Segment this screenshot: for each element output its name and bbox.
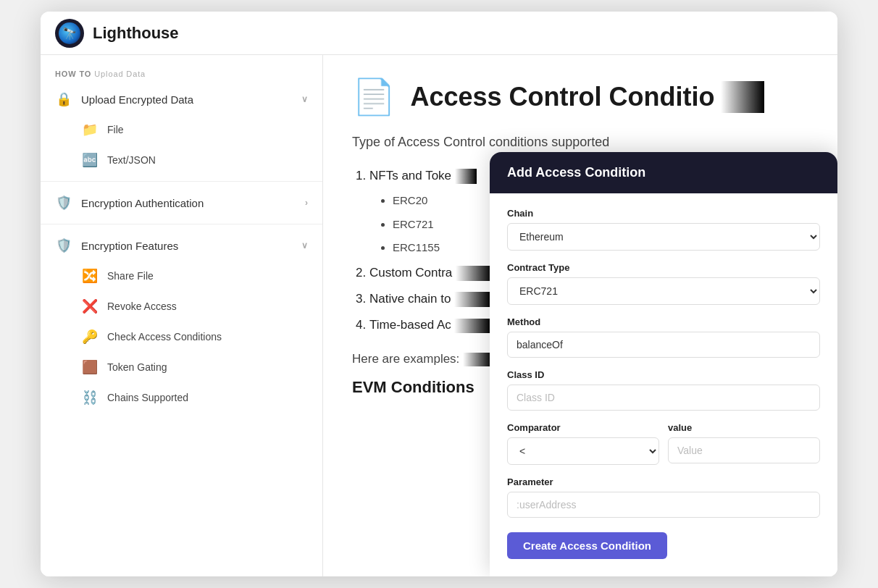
app-header: Lighthouse: [41, 12, 837, 55]
sidebar-item-text-json[interactable]: 🔤 Text/JSON: [41, 145, 322, 175]
key-icon: 🔑: [81, 329, 99, 345]
panel-body: Chain Ethereum Polygon BSC Avalanche Fan…: [490, 193, 837, 576]
shield-icon: 🛡️: [55, 195, 72, 211]
sidebar: HOW TO Upload Data 🔒 Upload Encrypted Da…: [41, 55, 323, 576]
panel-header: Add Access Condition: [490, 152, 837, 193]
class-id-input[interactable]: [507, 385, 820, 411]
chevron-down-icon-upload: ∨: [301, 94, 308, 104]
contract-type-group: Contract Type ERC721 ERC20 ERC1155 Custo…: [507, 262, 820, 305]
contract-type-select[interactable]: ERC721 ERC20 ERC1155 Custom: [507, 277, 820, 305]
divider-2: [41, 224, 322, 224]
text-icon: 🔤: [81, 152, 99, 168]
method-group: Method: [507, 316, 820, 358]
sidebar-item-check-access[interactable]: 🔑 Check Access Conditions: [41, 322, 322, 352]
sidebar-item-share-file[interactable]: 🔀 Share File: [41, 261, 322, 291]
value-label: value: [668, 422, 820, 433]
class-id-label: Class ID: [507, 369, 820, 380]
class-id-group: Class ID: [507, 369, 820, 411]
divider-1: [41, 181, 322, 182]
chevron-right-icon-auth: ›: [305, 198, 308, 208]
sidebar-item-chains-supported[interactable]: ⛓️ Chains Supported: [41, 382, 322, 413]
app-logo: [55, 19, 84, 48]
comparator-select[interactable]: < > = <= >= !=: [507, 437, 659, 465]
page-subtitle: Type of Access Control conditions suppor…: [352, 135, 808, 150]
examples-label: Here are examples:: [352, 352, 459, 366]
token-icon: 🟫: [81, 359, 99, 375]
chain-select[interactable]: Ethereum Polygon BSC Avalanche Fantom: [507, 223, 820, 251]
sidebar-item-revoke-access[interactable]: ❌ Revoke Access: [41, 291, 322, 322]
main-content: 📄 Access Control Conditio Type of Access…: [323, 55, 837, 576]
value-input[interactable]: [668, 437, 820, 463]
features-icon: 🛡️: [55, 238, 72, 253]
page-title: Access Control Conditio: [410, 82, 714, 112]
sidebar-item-upload-encrypted[interactable]: 🔒 Upload Encrypted Data ∨: [41, 84, 322, 114]
parameter-group: Parameter: [507, 476, 820, 518]
revoke-icon: ❌: [81, 298, 99, 314]
method-input[interactable]: [507, 332, 820, 358]
comparator-label: Comparator: [507, 422, 659, 433]
parameter-input[interactable]: [507, 492, 820, 518]
parameter-label: Parameter: [507, 476, 820, 487]
create-access-condition-button[interactable]: Create Access Condition: [507, 532, 667, 559]
how-to-label: HOW TO Upload Data: [41, 70, 322, 84]
logo-image: [59, 22, 80, 44]
comparator-value-row: Comparator < > = <= >= != value: [507, 422, 820, 476]
chain-icon: ⛓️: [81, 390, 99, 406]
app-body: HOW TO Upload Data 🔒 Upload Encrypted Da…: [41, 55, 837, 576]
sidebar-item-encryption-features[interactable]: 🛡️ Encryption Features ∨: [41, 230, 322, 261]
sidebar-item-file[interactable]: 📁 File: [41, 114, 322, 145]
sidebar-item-encryption-auth[interactable]: 🛡️ Encryption Authentication ›: [41, 188, 322, 218]
chevron-down-icon-features: ∨: [301, 240, 308, 251]
contract-type-label: Contract Type: [507, 262, 820, 273]
share-icon: 🔀: [81, 268, 99, 284]
method-label: Method: [507, 316, 820, 327]
lock-icon: 🔒: [55, 91, 72, 107]
comparator-group: Comparator < > = <= >= !=: [507, 422, 659, 465]
add-access-panel: Add Access Condition Chain Ethereum Poly…: [490, 152, 837, 576]
value-group: value: [668, 422, 820, 465]
app-title: Lighthouse: [93, 24, 179, 43]
page-icon: 📄: [352, 77, 396, 117]
chain-group: Chain Ethereum Polygon BSC Avalanche Fan…: [507, 208, 820, 251]
file-icon: 📁: [81, 122, 99, 138]
chain-label: Chain: [507, 208, 820, 219]
sidebar-item-token-gating[interactable]: 🟫 Token Gating: [41, 352, 322, 382]
